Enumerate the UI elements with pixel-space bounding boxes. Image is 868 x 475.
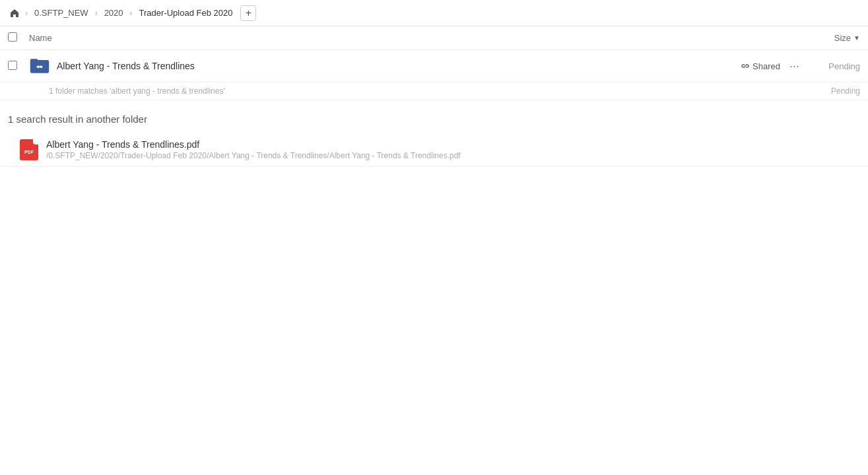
breadcrumb-item-sftp[interactable]: 0.SFTP_NEW [32, 7, 91, 19]
link-icon [741, 61, 750, 71]
separator-2: › [94, 9, 99, 18]
size-column-header[interactable]: Size ▼ [834, 33, 860, 43]
select-all-checkbox[interactable] [8, 32, 17, 42]
breadcrumb-item-2020[interactable]: 2020 [102, 7, 126, 19]
file-name: Albert Yang - Trends & Trendlines.pdf [46, 139, 860, 150]
folder-link-icon [29, 55, 50, 77]
shared-label: Shared [752, 61, 780, 71]
add-tab-button[interactable]: + [240, 5, 256, 21]
sort-icon: ▼ [853, 34, 860, 42]
breadcrumb-item-trader[interactable]: Trader-Upload Feb 2020 [137, 7, 236, 19]
home-icon [9, 8, 20, 18]
home-button[interactable] [8, 7, 21, 20]
svg-rect-2 [38, 67, 41, 67]
header-checkbox[interactable] [8, 32, 21, 44]
separator-3: › [129, 9, 134, 18]
folder-status: Pending [814, 61, 860, 71]
pdf-file-icon: PDF [18, 139, 40, 160]
shared-badge: Shared [741, 61, 780, 71]
folder-checkbox[interactable] [8, 61, 21, 72]
folder-row[interactable]: Albert Yang - Trends & Trendlines Shared… [0, 50, 868, 82]
file-path: /0.SFTP_NEW/2020/Trader-Upload Feb 2020/… [46, 151, 860, 160]
folder-match-info: 1 folder matches 'albert yang - trends &… [0, 82, 868, 100]
match-text: 1 folder matches 'albert yang - trends &… [49, 86, 225, 96]
svg-rect-1 [30, 59, 38, 61]
breadcrumb-bar: › 0.SFTP_NEW › 2020 › Trader-Upload Feb … [0, 0, 868, 26]
search-section-header: 1 search result in another folder [0, 100, 868, 133]
name-column-header: Name [29, 33, 834, 43]
folder-actions: Shared ··· [741, 58, 803, 75]
match-status: Pending [831, 86, 860, 96]
more-options-button[interactable]: ··· [785, 58, 803, 75]
svg-rect-0 [30, 60, 49, 73]
file-info: Albert Yang - Trends & Trendlines.pdf /0… [46, 139, 860, 160]
folder-name[interactable]: Albert Yang - Trends & Trendlines [57, 61, 741, 71]
pdf-icon: PDF [20, 139, 38, 160]
folder-icon [29, 55, 50, 77]
column-header: Name Size ▼ [0, 26, 868, 50]
separator-1: › [24, 9, 29, 18]
file-row[interactable]: PDF Albert Yang - Trends & Trendlines.pd… [0, 133, 868, 167]
